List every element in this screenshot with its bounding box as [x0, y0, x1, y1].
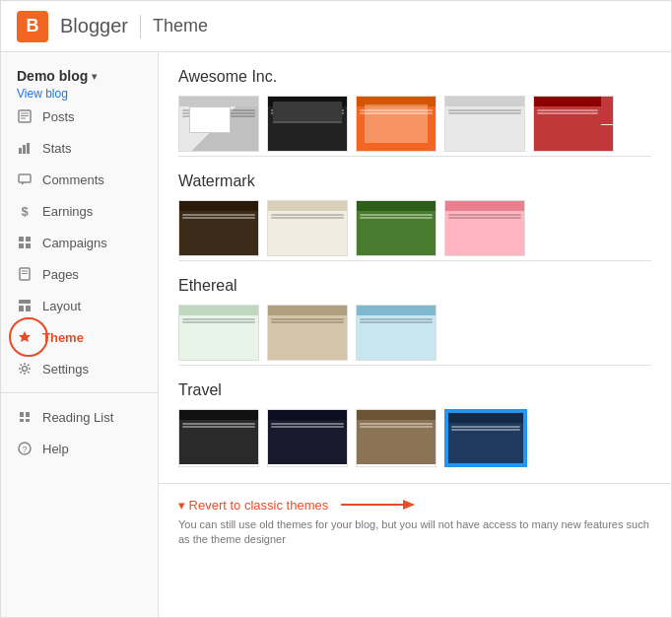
revert-arrow-icon — [336, 496, 415, 514]
theme-card-eth-1[interactable] — [178, 305, 259, 361]
theme-grid-awesome-inc — [178, 96, 651, 152]
sidebar-item-earnings[interactable]: $ Earnings — [1, 195, 158, 227]
sidebar-item-earnings-label: Earnings — [42, 204, 93, 219]
revert-row: ▾ Revert to classic themes — [178, 496, 651, 514]
section-title-awesome-inc: Awesome Inc. — [178, 52, 651, 96]
theme-grid-watermark — [178, 200, 651, 256]
theme-card-travel-4[interactable] — [444, 409, 527, 467]
theme-card-ai-1[interactable] — [178, 96, 259, 152]
sidebar-item-help[interactable]: ? Help — [1, 433, 158, 464]
sidebar-item-help-label: Help — [42, 442, 69, 456]
dollar-icon: $ — [17, 203, 33, 219]
sidebar-item-stats-label: Stats — [42, 141, 72, 156]
page-title: Theme — [153, 16, 208, 36]
main-layout: Demo blog ▾ View blog Posts Stats — [1, 52, 671, 617]
sidebar-item-layout-label: Layout — [42, 299, 81, 313]
section-ethereal: Ethereal — [178, 260, 651, 361]
theme-card-eth-2[interactable] — [267, 305, 348, 361]
content-area: Awesome Inc. — [159, 52, 671, 617]
svg-rect-19 — [20, 412, 24, 417]
app-name: Blogger — [60, 15, 128, 37]
theme-card-ai-5[interactable] — [533, 96, 614, 152]
revert-section: ▾ Revert to classic themes You can still… — [159, 483, 671, 560]
svg-rect-6 — [27, 143, 30, 154]
pages-icon — [17, 266, 33, 282]
help-icon: ? — [17, 441, 33, 456]
svg-rect-4 — [19, 148, 22, 154]
svg-rect-20 — [26, 412, 30, 417]
svg-rect-7 — [19, 174, 31, 182]
revert-classic-link[interactable]: ▾ Revert to classic themes — [178, 498, 328, 513]
sidebar-item-settings[interactable]: Settings — [1, 353, 158, 384]
theme-card-wm-2[interactable] — [267, 200, 348, 256]
theme-card-wm-1[interactable] — [178, 200, 259, 256]
blog-name-label: Demo blog — [17, 68, 88, 84]
sidebar-item-reading-list-label: Reading List — [42, 410, 113, 425]
sidebar-item-campaigns[interactable]: Campaigns — [1, 227, 158, 258]
sidebar-item-comments[interactable]: Comments — [1, 164, 158, 195]
sidebar-item-pages-label: Pages — [42, 267, 79, 282]
sidebar-item-layout[interactable]: Layout — [1, 290, 158, 321]
theme-grid-ethereal — [178, 305, 651, 361]
theme-grid-travel — [178, 409, 651, 467]
svg-rect-22 — [26, 419, 30, 422]
blogger-logo: B — [17, 11, 48, 42]
svg-marker-26 — [403, 500, 415, 510]
svg-rect-21 — [20, 419, 24, 422]
sidebar-item-comments-label: Comments — [42, 172, 104, 187]
sidebar-item-theme[interactable]: Theme — [1, 321, 158, 353]
theme-card-wm-4[interactable] — [444, 200, 525, 256]
svg-rect-10 — [19, 243, 24, 248]
section-awesome-inc: Awesome Inc. — [178, 52, 651, 152]
theme-card-ai-2[interactable] — [267, 96, 348, 152]
theme-icon — [17, 329, 33, 345]
theme-card-ai-3[interactable] — [356, 96, 437, 152]
page-icon — [17, 108, 33, 124]
sidebar-item-reading-list[interactable]: Reading List — [1, 401, 158, 433]
layout-icon — [17, 298, 33, 313]
svg-rect-5 — [23, 145, 26, 154]
themes-container: Awesome Inc. — [159, 52, 671, 483]
section-title-travel: Travel — [178, 365, 651, 409]
section-travel: Travel — [178, 365, 651, 467]
svg-text:?: ? — [22, 445, 27, 454]
header-divider — [140, 15, 141, 38]
sidebar-item-pages[interactable]: Pages — [1, 258, 158, 290]
sidebar-item-theme-label: Theme — [42, 330, 84, 345]
svg-rect-9 — [26, 237, 31, 241]
stats-icon — [17, 140, 33, 156]
sidebar-item-campaigns-label: Campaigns — [42, 236, 107, 250]
sidebar-divider — [1, 392, 158, 393]
blog-dropdown-arrow[interactable]: ▾ — [92, 71, 97, 82]
revert-note: You can still use old themes for your bl… — [178, 517, 651, 548]
theme-card-eth-3[interactable] — [356, 305, 437, 361]
sidebar-item-posts-label: Posts — [42, 109, 75, 124]
svg-point-18 — [23, 367, 28, 372]
settings-icon — [17, 361, 33, 377]
section-title-watermark: Watermark — [178, 156, 651, 200]
comments-icon — [17, 172, 33, 187]
svg-rect-15 — [19, 300, 31, 304]
sidebar: Demo blog ▾ View blog Posts Stats — [1, 52, 159, 617]
svg-rect-17 — [26, 306, 31, 311]
sidebar-item-stats[interactable]: Stats — [1, 132, 158, 164]
theme-card-travel-3[interactable] — [356, 409, 437, 467]
theme-card-ai-4[interactable] — [444, 96, 525, 152]
sidebar-item-settings-label: Settings — [42, 362, 89, 377]
section-title-ethereal: Ethereal — [178, 260, 651, 305]
svg-rect-16 — [19, 306, 24, 311]
theme-card-travel-1[interactable] — [178, 409, 259, 467]
svg-rect-8 — [19, 237, 24, 241]
reading-icon — [17, 409, 33, 425]
theme-card-wm-3[interactable] — [356, 200, 437, 256]
blog-name-container: Demo blog ▾ — [1, 64, 158, 86]
app-header: B Blogger Theme — [1, 1, 671, 52]
section-watermark: Watermark — [178, 156, 651, 256]
app-container: B Blogger Theme Demo blog ▾ View blog Po… — [0, 0, 672, 618]
svg-rect-11 — [26, 243, 31, 248]
theme-card-travel-2[interactable] — [267, 409, 348, 467]
campaigns-icon — [17, 235, 33, 250]
